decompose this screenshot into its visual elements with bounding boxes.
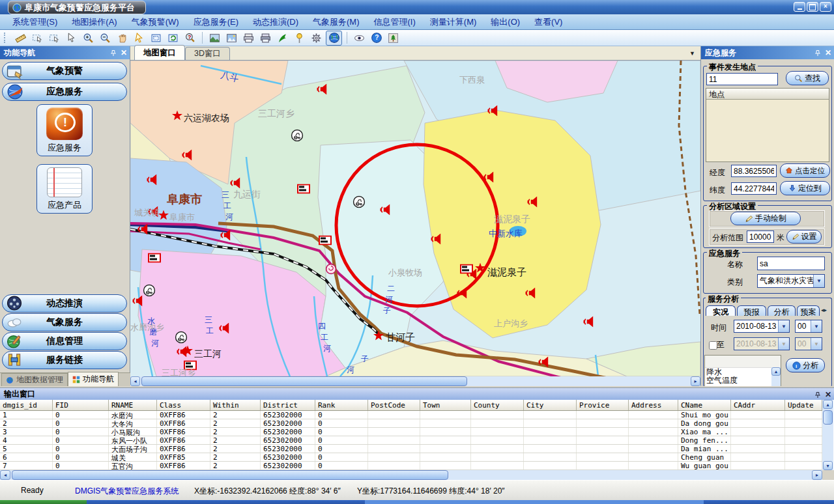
column-header-CAddr[interactable]: CAddr — [731, 400, 785, 410]
menu-item-10[interactable]: 查看(V) — [527, 16, 569, 28]
range-input[interactable] — [747, 231, 774, 243]
column-header-dmgis_id[interactable]: dmgis_id — [0, 400, 53, 410]
select-polygon-icon[interactable] — [30, 31, 45, 45]
location-list[interactable]: 地点 — [706, 88, 829, 162]
sidebar-item-service-link[interactable]: 服务链接 — [2, 351, 127, 369]
globe-service-icon[interactable] — [326, 31, 342, 46]
column-header-County[interactable]: County — [471, 400, 524, 410]
scroll-left-icon[interactable]: ◂ — [0, 470, 10, 480]
column-header-Town[interactable]: Town — [420, 400, 471, 410]
manual-draw-button[interactable]: 手动绘制 — [730, 212, 801, 225]
output-hscrollbar[interactable]: ◂ ▸ — [0, 470, 822, 481]
locate-arrow-icon[interactable] — [275, 31, 290, 45]
refresh-view-icon[interactable] — [165, 31, 180, 45]
select-pointer-icon[interactable] — [64, 31, 79, 45]
scroll-down-icon[interactable]: ▾ — [823, 461, 833, 470]
tab-analysis[interactable]: 分析 — [768, 305, 796, 316]
select-rectangle-icon[interactable] — [47, 31, 62, 45]
column-header-CName[interactable]: CName — [678, 400, 731, 410]
scroll-left-icon[interactable]: ◂ — [130, 376, 140, 386]
output-vscrollbar[interactable]: ▴ ▾ — [822, 400, 833, 470]
maximize-button[interactable] — [807, 2, 818, 12]
hour-select[interactable]: 00▼ — [795, 320, 822, 333]
menu-item-2[interactable]: 地图操作(A) — [65, 16, 124, 28]
menu-item-9[interactable]: 输出(O) — [483, 16, 527, 28]
to-date-select[interactable]: 2010-08-13▼ — [734, 337, 790, 350]
zoom-out-icon[interactable] — [98, 31, 113, 45]
measure-ruler-icon[interactable] — [13, 31, 28, 45]
menu-item-1[interactable]: 系统管理(S) — [5, 16, 65, 28]
output-hscroll-thumb[interactable] — [12, 470, 448, 480]
tab-function-nav[interactable]: 功能导航 — [68, 372, 119, 386]
print-preview-icon[interactable] — [258, 31, 273, 45]
to-hour-select[interactable]: 00▼ — [795, 337, 822, 350]
map-image-icon[interactable] — [207, 31, 222, 45]
output-vscroll-thumb[interactable] — [823, 410, 833, 425]
latitude-input[interactable] — [731, 182, 777, 195]
tab-plan[interactable]: 预案 — [797, 305, 820, 316]
column-header-FID[interactable]: FID — [53, 400, 109, 410]
print-icon[interactable] — [241, 31, 256, 45]
table-row[interactable]: 30小马厩沟0XFF8626523020000Xiao ma ... — [0, 428, 822, 436]
scene-view-icon[interactable] — [224, 31, 239, 45]
tool-emergency-service-button[interactable]: ! 应急服务 — [36, 104, 93, 156]
sidebar-item-emergency-service[interactable]: 应急服务 — [2, 83, 127, 101]
pin-icon[interactable] — [814, 391, 821, 399]
service-name-input[interactable] — [757, 257, 825, 270]
close-icon[interactable]: ✕ — [825, 391, 831, 399]
table-row[interactable]: 70五官沟0XFF8626523020000Wu guan gou — [0, 462, 822, 470]
table-row[interactable]: 60城关0XFF8526523020000Cheng guan — [0, 453, 822, 462]
tab-live[interactable]: 实况 — [706, 305, 736, 316]
element-listbox[interactable]: 降水空气温度 ▴ — [704, 355, 781, 386]
click-locate-button[interactable]: 点击定位 — [780, 163, 830, 178]
menu-item-3[interactable]: 气象预警(W) — [124, 16, 186, 28]
scroll-right-icon[interactable]: ▸ — [691, 376, 700, 386]
analyze-button[interactable]: i 分析 — [786, 358, 825, 372]
close-button[interactable]: × — [820, 2, 831, 12]
place-pin-icon[interactable] — [292, 31, 307, 45]
chevron-down-icon[interactable]: ▼ — [811, 320, 822, 332]
tab-map-window[interactable]: 地图窗口 — [134, 45, 185, 60]
column-header-City[interactable]: City — [524, 400, 577, 410]
table-row[interactable]: 20大冬沟0XFF8626523020000Da dong gou — [0, 419, 822, 428]
pan-hand-icon[interactable] — [115, 31, 130, 45]
column-header-RNAME[interactable]: RNAME — [109, 400, 157, 410]
menu-item-6[interactable]: 气象服务(M) — [306, 16, 367, 28]
event-location-input[interactable] — [706, 73, 778, 85]
table-row[interactable]: 40东风一小队0XFF8626523020000Dong fen... — [0, 436, 822, 445]
chevron-down-icon[interactable]: ▼ — [778, 320, 789, 332]
column-header-District[interactable]: District — [261, 400, 315, 410]
map-hscrollbar[interactable]: ◂ ▸ — [130, 376, 700, 386]
search-button[interactable]: 查找 — [786, 71, 829, 85]
pointer-arrow-icon[interactable] — [132, 31, 147, 45]
column-header-Rank[interactable]: Rank — [315, 400, 368, 410]
settings-gear-icon[interactable] — [309, 31, 324, 45]
column-header-PostCode[interactable]: PostCode — [368, 400, 420, 410]
column-header-Class[interactable]: Class — [157, 400, 210, 410]
longitude-input[interactable] — [731, 165, 777, 177]
tool-emergency-product-button[interactable]: 应急产品 — [36, 164, 93, 214]
scroll-up-icon[interactable]: ▴ — [771, 367, 781, 376]
minimize-button[interactable] — [794, 2, 805, 12]
close-icon[interactable]: ✕ — [121, 49, 127, 57]
scroll-right-icon[interactable]: ▸ — [812, 470, 822, 480]
full-extent-icon[interactable] — [149, 31, 164, 45]
tab-map-data-management[interactable]: 地图数据管理 — [1, 373, 68, 386]
location-list-header[interactable]: 地点 — [706, 89, 829, 100]
service-type-select[interactable]: 气象和洪水灾害▼ — [757, 274, 825, 288]
visibility-eye-icon[interactable] — [352, 31, 367, 45]
export-scene-icon[interactable] — [386, 31, 401, 45]
pin-icon[interactable] — [814, 49, 821, 57]
locate-to-button[interactable]: 定位到 — [780, 181, 830, 195]
menu-item-8[interactable]: 测量计算(M) — [423, 16, 484, 28]
tab-3d-window[interactable]: 3D窗口 — [185, 47, 230, 60]
help-icon[interactable]: ? — [369, 31, 384, 45]
list-item[interactable]: 空气温度 — [706, 376, 781, 385]
table-row[interactable]: 50大面场子沟0XFF8626523020000Da mian ... — [0, 445, 822, 453]
identify-query-icon[interactable]: ? — [182, 31, 197, 45]
set-range-button[interactable]: 设置 — [786, 230, 822, 244]
chevron-down-icon[interactable]: ▼ — [813, 275, 824, 287]
column-header-Within[interactable]: Within — [210, 400, 261, 410]
sidebar-item-weather-warning[interactable]: 气象预警 — [2, 62, 127, 80]
column-header-Address[interactable]: Address — [629, 400, 678, 410]
